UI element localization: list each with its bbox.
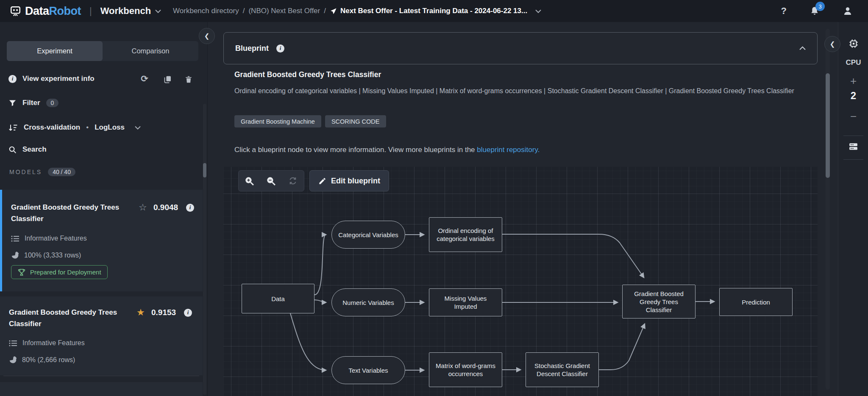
filter-count-badge: 0 (46, 99, 59, 107)
model-type-tag: Gradient Boosting Machine (234, 115, 321, 127)
node-gbgt-classifier[interactable]: Gradient Boosted Greedy Trees Classifier (622, 285, 696, 318)
models-count-badge: 40 / 40 (48, 168, 75, 176)
star-filled-icon[interactable]: ★ (136, 307, 145, 318)
cpu-chip-icon[interactable] (838, 38, 868, 49)
edge-sgd-gbgt (599, 324, 645, 370)
node-categorical-variables[interactable]: Categorical Variables (331, 221, 405, 249)
filter-control[interactable]: Filter 0 (8, 97, 58, 108)
nav-divider: | (89, 6, 92, 17)
notifications-bell-icon[interactable]: 3 (810, 6, 820, 16)
diagram-zoom-toolbar (238, 170, 304, 191)
pie-chart-icon (9, 356, 17, 364)
top-navbar: DataRobot | Workbench Workbench director… (0, 0, 868, 22)
model-card[interactable]: Gradient Boosted Greedy Trees Classifier… (0, 190, 203, 291)
model-title: Gradient Boosted Greedy Trees Classifier (11, 202, 140, 224)
info-icon[interactable]: i (276, 44, 284, 53)
experiment-icon (330, 8, 337, 15)
trash-icon[interactable] (183, 74, 194, 85)
user-profile-icon[interactable] (843, 6, 853, 16)
blueprint-panel-header: Blueprint i (223, 32, 818, 64)
breadcrumb-project[interactable]: (NBO) Next Best Offer (248, 7, 320, 15)
breadcrumb-separator: / (324, 7, 326, 15)
resource-rail: CPU + 2 − (838, 22, 868, 396)
duplicate-icon[interactable] (162, 74, 173, 85)
node-ordinal-encoding[interactable]: Ordinal encoding of categorical variable… (429, 217, 502, 252)
help-icon[interactable]: ? (781, 6, 787, 17)
blueprint-panel: Blueprint i Gradient Boosted Greedy Tree… (208, 22, 838, 396)
panel-collapse-chevron-up-icon[interactable] (799, 46, 806, 50)
search-control[interactable]: Search (8, 144, 47, 155)
node-text-variables[interactable]: Text Variables (331, 356, 405, 384)
scoring-code-tag: SCORING CODE (325, 115, 386, 127)
search-icon (8, 146, 17, 154)
sidebar-tabs: Experiment Comparison (7, 41, 198, 61)
sort-bullet: • (86, 123, 89, 132)
refresh-icon[interactable]: ⟳ (139, 73, 150, 84)
sidebar-collapse-button[interactable]: ❮ (199, 28, 215, 44)
model-tags: Gradient Boosting Machine SCORING CODE (234, 115, 386, 127)
edge-ordinal-gbgt (502, 234, 644, 277)
tab-comparison[interactable]: Comparison (103, 41, 198, 61)
logo-wordmark: DataRobot (25, 5, 81, 18)
sort-icon (8, 124, 18, 132)
workbench-menu[interactable]: Workbench (100, 6, 151, 17)
zoom-reset-icon[interactable] (287, 174, 299, 187)
decrease-workers-button[interactable]: − (838, 110, 868, 123)
info-icon[interactable]: i (186, 203, 194, 212)
sort-metric-control[interactable]: Cross-validation • LogLoss (8, 122, 141, 133)
datarobot-logo[interactable]: DataRobot (9, 5, 81, 18)
edit-blueprint-button[interactable]: Edit blueprint (309, 170, 389, 191)
feature-list-icon (11, 235, 19, 242)
breadcrumb-separator: / (243, 7, 245, 15)
experiment-chevron-down-icon[interactable] (535, 9, 541, 13)
sidebar-scrollbar-thumb[interactable] (203, 163, 206, 177)
zoom-out-icon[interactable] (265, 174, 278, 187)
star-outline-icon[interactable]: ☆ (139, 202, 147, 213)
model-title: Gradient Boosted Greedy Trees Classifier (9, 307, 138, 330)
pie-chart-icon (11, 251, 19, 259)
model-card[interactable]: Gradient Boosted Greedy Trees Classifier… (0, 296, 203, 375)
right-rail-collapse-button[interactable]: ❮ (824, 36, 840, 52)
model-card[interactable]: Gradient Boosted Greedy Trees ☆ 0.9170 (0, 382, 203, 396)
increase-workers-button[interactable]: + (838, 75, 868, 88)
metric-chevron-down-icon[interactable] (135, 126, 141, 130)
partition-label: Cross-validation (24, 123, 80, 132)
feature-list-icon (9, 340, 17, 347)
node-sgd-classifier[interactable]: Stochastic Gradient Descent Classifier (526, 352, 599, 387)
workbench-chevron-down-icon[interactable] (155, 9, 161, 13)
node-prediction[interactable]: Prediction (719, 288, 793, 316)
model-metric: 0.9153 (151, 307, 176, 318)
model-description: Ordinal encoding of categorical variable… (234, 85, 807, 97)
robot-logo-icon (9, 5, 22, 17)
node-data[interactable]: Data (242, 284, 314, 313)
filter-funnel-icon (8, 99, 17, 107)
breadcrumb: Workbench directory / (NBO) Next Best Of… (173, 7, 541, 15)
breadcrumb-directory[interactable]: Workbench directory (173, 7, 239, 15)
info-icon: i (8, 75, 17, 83)
tab-experiment[interactable]: Experiment (7, 41, 103, 61)
selected-model-title: Gradient Boosted Greedy Trees Classifier (234, 70, 381, 79)
list-divider (3, 376, 199, 376)
main-scrollbar-thumb[interactable] (826, 73, 830, 178)
node-missing-values-imputed[interactable]: Missing Values Imputed (429, 288, 502, 316)
datarobot-workbench-app: DataRobot | Workbench Workbench director… (0, 0, 868, 396)
feature-list-row: Informative Features (9, 339, 85, 347)
workers-queue-icon[interactable] (838, 142, 868, 151)
sidebar-scrollbar[interactable] (203, 104, 206, 395)
deployment-status-badge: Prepared for Deployment (11, 265, 108, 279)
zoom-in-icon[interactable] (243, 174, 256, 187)
view-experiment-info[interactable]: i View experiment info (8, 73, 95, 84)
main-scrollbar[interactable] (826, 29, 830, 390)
breadcrumb-experiment[interactable]: Next Best Offer - Latest Training Data -… (330, 7, 527, 15)
blueprint-repository-link[interactable]: blueprint repository. (477, 146, 540, 154)
info-icon[interactable]: i (184, 308, 192, 317)
edge-data-numeric (314, 300, 326, 302)
workers-count: 2 (838, 90, 868, 102)
blueprint-hint: Click a blueprint node to view more info… (234, 146, 540, 154)
node-numeric-variables[interactable]: Numeric Variables (331, 288, 405, 316)
sample-size-row: 80% (2,666 rows) (9, 356, 75, 364)
sample-size-row: 100% (3,333 rows) (11, 251, 81, 259)
node-word-grams-matrix[interactable]: Matrix of word-grams occurrences (429, 352, 502, 387)
edge-data-categorical (314, 235, 326, 295)
model-metric: 0.9048 (153, 202, 178, 213)
